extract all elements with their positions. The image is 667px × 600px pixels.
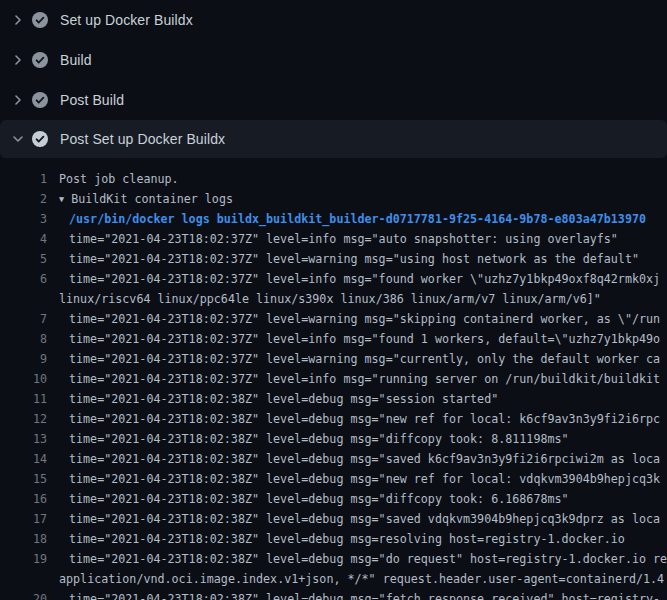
line-number[interactable]: 5: [0, 249, 47, 269]
log-line: 7time="2021-04-23T18:02:37Z" level=warni…: [0, 309, 667, 329]
log-text: time="2021-04-23T18:02:37Z" level=warnin…: [47, 309, 660, 329]
chevron-down-icon: [10, 131, 32, 147]
line-number[interactable]: 3: [0, 209, 47, 229]
log-text: time="2021-04-23T18:02:38Z" level=debug …: [47, 529, 625, 549]
line-number: [0, 289, 47, 309]
line-number[interactable]: 1: [0, 169, 47, 189]
log-line: 10time="2021-04-23T18:02:37Z" level=info…: [0, 369, 667, 389]
check-circle-icon: [32, 52, 48, 68]
line-number[interactable]: 18: [0, 529, 47, 549]
log-text: time="2021-04-23T18:02:37Z" level=warnin…: [47, 249, 639, 269]
log-text: time="2021-04-23T18:02:38Z" level=debug …: [47, 449, 660, 469]
step-row-setup-docker-buildx[interactable]: Set up Docker Buildx: [0, 0, 667, 40]
log-line: 9time="2021-04-23T18:02:37Z" level=warni…: [0, 349, 667, 369]
step-label: Build: [60, 52, 92, 68]
log-line: 1Post job cleanup.: [0, 169, 667, 189]
log-text: time="2021-04-23T18:02:37Z" level=info m…: [47, 329, 660, 349]
log-text: time="2021-04-23T18:02:37Z" level=info m…: [47, 369, 660, 389]
line-number[interactable]: 8: [0, 329, 47, 349]
log-line: 19time="2021-04-23T18:02:38Z" level=debu…: [0, 549, 667, 569]
log-container: 1Post job cleanup.2▼BuildKit container l…: [0, 158, 667, 600]
line-number[interactable]: 11: [0, 389, 47, 409]
log-text: time="2021-04-23T18:02:38Z" level=debug …: [47, 589, 660, 600]
log-text: time="2021-04-23T18:02:38Z" level=debug …: [47, 489, 569, 509]
log-line: 4time="2021-04-23T18:02:37Z" level=info …: [0, 229, 667, 249]
step-row-post-build[interactable]: Post Build: [0, 80, 667, 120]
log-line: 8time="2021-04-23T18:02:37Z" level=info …: [0, 329, 667, 349]
check-circle-icon: [32, 131, 48, 147]
workflow-steps-panel: Set up Docker Buildx Build Post Build Po…: [0, 0, 667, 158]
chevron-right-icon: [10, 92, 32, 108]
log-text-wrapped: application/vnd.oci.image.index.v1+json,…: [47, 569, 664, 589]
log-group-toggle[interactable]: ▼BuildKit container logs: [47, 189, 233, 209]
log-text: time="2021-04-23T18:02:37Z" level=info m…: [47, 269, 660, 289]
line-number[interactable]: 6: [0, 269, 47, 289]
chevron-right-icon: [10, 52, 32, 68]
line-number[interactable]: 10: [0, 369, 47, 389]
line-number[interactable]: 2: [0, 189, 47, 209]
command-text: /usr/bin/docker logs buildx_buildkit_bui…: [47, 209, 646, 229]
step-row-post-setup-docker-buildx[interactable]: Post Set up Docker Buildx: [0, 120, 667, 158]
line-number[interactable]: 15: [0, 469, 47, 489]
line-number[interactable]: 9: [0, 349, 47, 369]
log-text-wrapped: linux/riscv64 linux/ppc64le linux/s390x …: [47, 289, 601, 309]
line-number[interactable]: 20: [0, 589, 47, 600]
step-label: Post Set up Docker Buildx: [60, 131, 225, 147]
check-circle-icon: [32, 92, 48, 108]
log-line: 6time="2021-04-23T18:02:37Z" level=info …: [0, 269, 667, 289]
log-text: time="2021-04-23T18:02:38Z" level=debug …: [47, 509, 660, 529]
log-line: 14time="2021-04-23T18:02:38Z" level=debu…: [0, 449, 667, 469]
log-line: 20time="2021-04-23T18:02:38Z" level=debu…: [0, 589, 667, 600]
log-line: 15time="2021-04-23T18:02:38Z" level=debu…: [0, 469, 667, 489]
log-line: 16time="2021-04-23T18:02:38Z" level=debu…: [0, 489, 667, 509]
log-text: time="2021-04-23T18:02:38Z" level=debug …: [47, 429, 569, 449]
log-line: 5time="2021-04-23T18:02:37Z" level=warni…: [0, 249, 667, 269]
log-text: time="2021-04-23T18:02:37Z" level=info m…: [47, 229, 618, 249]
line-number[interactable]: 19: [0, 549, 47, 569]
line-number[interactable]: 17: [0, 509, 47, 529]
step-label: Set up Docker Buildx: [60, 12, 193, 28]
check-circle-icon: [32, 12, 48, 28]
line-number[interactable]: 13: [0, 429, 47, 449]
line-number[interactable]: 4: [0, 229, 47, 249]
log-text: time="2021-04-23T18:02:38Z" level=debug …: [47, 469, 660, 489]
log-text: time="2021-04-23T18:02:37Z" level=warnin…: [47, 349, 660, 369]
chevron-right-icon: [10, 12, 32, 28]
log-line: 18time="2021-04-23T18:02:38Z" level=debu…: [0, 529, 667, 549]
log-text: time="2021-04-23T18:02:38Z" level=debug …: [47, 389, 498, 409]
log-line: 3/usr/bin/docker logs buildx_buildkit_bu…: [0, 209, 667, 229]
line-number[interactable]: 14: [0, 449, 47, 469]
log-line: 13time="2021-04-23T18:02:38Z" level=debu…: [0, 429, 667, 449]
log-line: 2▼BuildKit container logs: [0, 189, 667, 209]
step-row-build[interactable]: Build: [0, 40, 667, 80]
log-text: time="2021-04-23T18:02:38Z" level=debug …: [47, 549, 667, 569]
line-number[interactable]: 16: [0, 489, 47, 509]
line-number[interactable]: 7: [0, 309, 47, 329]
log-line: 17time="2021-04-23T18:02:38Z" level=debu…: [0, 509, 667, 529]
line-number: [0, 569, 47, 589]
log-line: application/vnd.oci.image.index.v1+json,…: [0, 569, 667, 589]
log-line: 11time="2021-04-23T18:02:38Z" level=debu…: [0, 389, 667, 409]
log-line: linux/riscv64 linux/ppc64le linux/s390x …: [0, 289, 667, 309]
line-number[interactable]: 12: [0, 409, 47, 429]
log-text: Post job cleanup.: [47, 169, 179, 189]
log-text: time="2021-04-23T18:02:38Z" level=debug …: [47, 409, 660, 429]
group-expanded-icon: ▼: [59, 189, 64, 209]
log-line: 12time="2021-04-23T18:02:38Z" level=debu…: [0, 409, 667, 429]
step-label: Post Build: [60, 92, 124, 108]
